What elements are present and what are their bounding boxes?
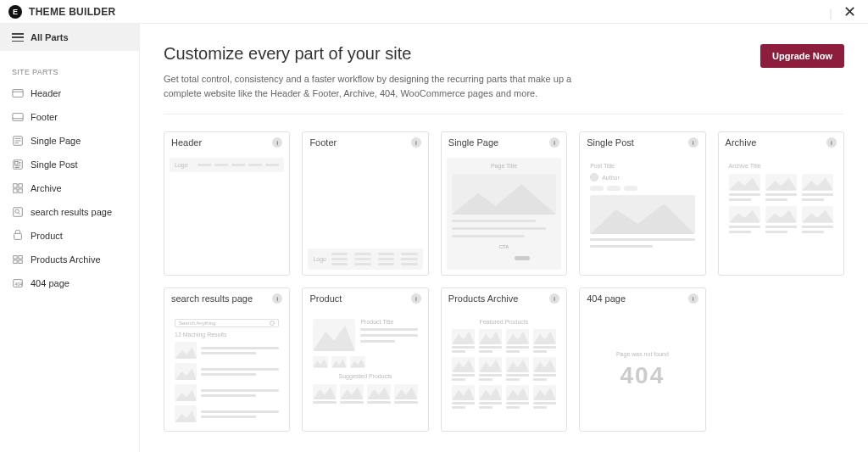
sidebar: All Parts SITE PARTS Header Footer Singl… [0,24,140,452]
all-parts-label: All Parts [31,32,69,42]
products-archive-wireframe: Featured Products [447,314,561,426]
magnify-icon [270,321,275,326]
close-icon[interactable]: ✕ [840,3,860,20]
sidebar-item-header[interactable]: Header [0,81,139,105]
svg-rect-24 [14,260,17,264]
card-title: Footer [309,137,337,148]
sidebar-item-archive[interactable]: Archive [0,176,139,200]
info-icon[interactable]: i [688,293,698,304]
card-archive[interactable]: Archive i Archive Title [718,131,844,276]
card-title: Archive [726,137,757,148]
sidebar-item-products-archive[interactable]: Products Archive [0,248,139,271]
products-archive-icon [12,254,24,265]
svg-rect-25 [19,260,22,264]
sidebar-item-footer[interactable]: Footer [0,105,139,129]
brand-group: E THEME BUILDER [8,5,116,19]
card-404[interactable]: 404 page i Page was not found 404 [579,287,705,432]
single-page-wireframe: Page Title CTA [447,158,561,270]
card-title: Header [171,137,202,148]
footer-icon [12,111,24,123]
app-brand: THEME BUILDER [29,6,116,18]
svg-rect-18 [14,208,23,217]
card-search-results[interactable]: search results page i Search Anything 12… [164,287,290,432]
sidebar-item-404[interactable]: 404 404 page [0,271,139,295]
svg-rect-17 [19,189,22,193]
single-page-icon [12,135,24,147]
svg-rect-2 [13,114,23,121]
svg-text:404: 404 [15,282,23,287]
svg-rect-15 [19,184,22,187]
single-post-icon [12,159,24,170]
info-icon[interactable]: i [549,137,559,148]
card-title: Single Page [448,137,498,148]
topbar-right: | ✕ [830,3,860,21]
footer-wireframe: Logo [308,248,422,270]
site-parts-heading: SITE PARTS [0,51,139,81]
svg-rect-14 [14,184,17,187]
sidebar-item-search-results[interactable]: search results page [0,200,139,224]
info-icon[interactable]: i [272,137,282,148]
svg-rect-23 [19,256,22,259]
product-icon [12,230,24,242]
card-single-post[interactable]: Single Post i Post Title Author [579,131,705,276]
card-title: Products Archive [448,293,519,304]
info-icon[interactable]: i [411,137,421,148]
menu-icon [12,33,24,42]
svg-rect-0 [13,90,23,98]
search-wireframe: Search Anything 12 Maching Results [170,314,284,427]
upgrade-button[interactable]: Upgrade Now [760,44,844,68]
card-title: Single Post [587,137,634,148]
sidebar-item-product[interactable]: Product [0,224,139,248]
page-title: Customize every part of your site [164,44,604,64]
card-title: Product [309,293,342,304]
site-parts-list: Header Footer Single Page Single Post Ar… [0,81,139,295]
info-icon[interactable]: i [272,293,282,304]
cards-grid: Header i Logo Footer i L [164,131,844,432]
info-icon[interactable]: i [549,293,559,304]
app-logo-icon: E [8,5,22,19]
svg-point-19 [15,209,19,213]
divider [164,114,844,114]
error-404-icon: 404 [12,277,24,289]
archive-icon [12,182,24,194]
card-product[interactable]: Product i Product Title [302,287,428,432]
all-parts-button[interactable]: All Parts [0,24,139,51]
svg-rect-22 [14,256,17,259]
svg-rect-21 [14,233,22,239]
search-results-icon [12,206,24,218]
sidebar-item-single-page[interactable]: Single Page [0,129,139,153]
card-footer[interactable]: Footer i Logo [302,131,428,276]
card-single-page[interactable]: Single Page i Page Title CTA [441,131,567,276]
main-content: Customize every part of your site Get to… [140,24,868,452]
page-description: Get total control, consistency and a fas… [164,72,604,100]
svg-line-20 [19,213,20,215]
separator: | [830,8,832,20]
card-title: 404 page [587,293,626,304]
header-icon [12,87,24,99]
card-title: search results page [171,293,253,304]
product-wireframe: Product Title Suggested Products [308,314,422,426]
header-wireframe: Logo [170,158,284,172]
svg-rect-9 [15,162,19,165]
svg-rect-16 [14,189,17,193]
card-header[interactable]: Header i Logo [164,131,290,276]
error-code: 404 [620,362,665,389]
info-icon[interactable]: i [826,137,837,148]
archive-wireframe: Archive Title [724,158,838,238]
info-icon[interactable]: i [688,137,698,148]
info-icon[interactable]: i [411,293,421,304]
card-products-archive[interactable]: Products Archive i Featured Products [441,287,567,432]
single-post-wireframe: Post Title Author [585,158,699,253]
notfound-wireframe: Page was not found 404 [585,314,699,426]
sidebar-item-single-post[interactable]: Single Post [0,153,139,176]
top-bar: E THEME BUILDER | ✕ [0,0,868,24]
